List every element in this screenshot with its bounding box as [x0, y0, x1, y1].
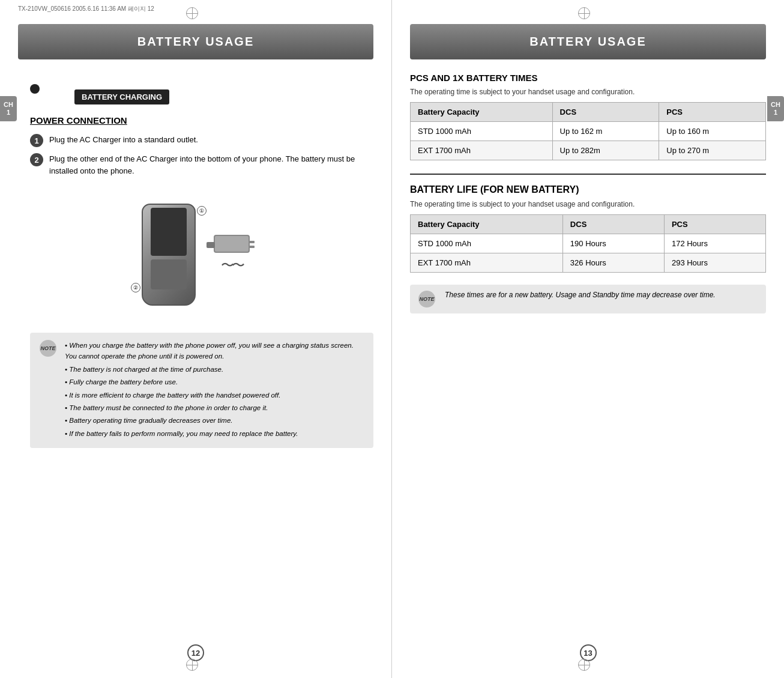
note-item-3: Fully charge the battery before use.: [65, 377, 364, 387]
prong2: [249, 246, 255, 248]
phone-body-container: ① ②: [142, 204, 196, 306]
crosshair-bottom-left: [186, 659, 198, 671]
pcs-th-dcs: DCS: [552, 103, 659, 122]
pcs-row-1: STD 1000 mAh Up to 162 m Up to 160 m: [411, 122, 766, 141]
charging-dot: [30, 84, 40, 94]
charger-body: [214, 235, 250, 253]
marker-1: ①: [197, 206, 207, 216]
life-row-1: STD 1000 mAh 190 Hours 172 Hours: [411, 234, 766, 253]
note-row: NOTE When you charge the battery with th…: [40, 340, 364, 441]
life-r2-dcs: 326 Hours: [562, 253, 664, 273]
step-2-row: 2 Plug the other end of the AC Charger i…: [30, 153, 391, 177]
pcs-r2-cap: EXT 1700 mAh: [411, 141, 553, 160]
life-r2-cap: EXT 1700 mAh: [411, 253, 563, 273]
step1-text: Plug the AC Charger into a standard outl…: [49, 134, 198, 146]
phone-keypad: [151, 259, 187, 289]
ch-tab-right: CH1: [767, 96, 784, 121]
power-connection-title: POWER CONNECTION: [30, 115, 391, 126]
note-item-6: Battery operating time gradually decreas…: [65, 415, 364, 426]
note-item-5: The battery must be connected to the pho…: [65, 402, 364, 413]
step2-bullet: 2: [30, 153, 43, 166]
note-item-4: It is more efficient to charge the batte…: [65, 390, 364, 401]
pcs-th-pcs: PCS: [659, 103, 766, 122]
phone-shape: [142, 204, 196, 306]
step1-bullet: 1: [30, 134, 43, 147]
page-spread: TX-210VW_050616 2005.6.16 11:36 AM 페이지 1…: [0, 0, 784, 678]
step-1-row: 1 Plug the AC Charger into a standard ou…: [30, 134, 391, 147]
wire-symbol: 〜〜: [221, 256, 243, 274]
pcs-r1-pcs: Up to 160 m: [659, 122, 766, 141]
life-r1-cap: STD 1000 mAh: [411, 234, 563, 253]
life-table: Battery Capacity DCS PCS STD 1000 mAh 19…: [410, 214, 766, 273]
charger-plug: [207, 242, 215, 248]
note-icon-left: NOTE: [40, 340, 56, 357]
pcs-r2-dcs: Up to 282m: [552, 141, 659, 160]
file-path: TX-210VW_050616 2005.6.16 11:36 AM 페이지 1…: [18, 5, 154, 13]
left-header: BATTERY USAGE: [18, 24, 373, 59]
life-r2-pcs: 293 Hours: [664, 253, 765, 273]
left-page: TX-210VW_050616 2005.6.16 11:36 AM 페이지 1…: [0, 0, 392, 678]
life-subtitle: The operating time is subject to your ha…: [410, 200, 766, 208]
ch-tab-left: CH1: [0, 96, 17, 121]
life-th-pcs: PCS: [664, 215, 765, 234]
note-box-left: NOTE When you charge the battery with th…: [30, 333, 373, 448]
note-list: When you charge the battery with the pho…: [65, 340, 364, 441]
battery-charging-label: BATTERY CHARGING: [74, 89, 169, 104]
crosshair-top-right: [578, 7, 590, 19]
life-r1-pcs: 172 Hours: [664, 234, 765, 253]
pcs-r1-cap: STD 1000 mAh: [411, 122, 553, 141]
crosshair-bottom-right: [578, 659, 590, 671]
life-th-dcs: DCS: [562, 215, 664, 234]
pcs-th-capacity: Battery Capacity: [411, 103, 553, 122]
note-item-1: When you charge the battery with the pho…: [65, 340, 364, 362]
life-r1-dcs: 190 Hours: [562, 234, 664, 253]
marker-2: ②: [131, 283, 140, 292]
step2-text: Plug the other end of the AC Charger int…: [49, 153, 373, 177]
pcs-r1-dcs: Up to 162 m: [552, 122, 659, 141]
life-title: BATTERY LIFE (FOR NEW BATTERY): [410, 174, 766, 195]
crosshair-top-left: [186, 7, 198, 19]
pcs-row-2: EXT 1700 mAh Up to 282m Up to 270 m: [411, 141, 766, 160]
pcs-title: PCS AND 1X BATTERY TIMES: [410, 73, 766, 83]
pcs-subtitle: The operating time is subject to your ha…: [410, 88, 766, 96]
note-item-7: If the battery fails to perform normally…: [65, 428, 364, 439]
right-content: PCS AND 1X BATTERY TIMES The operating t…: [392, 73, 784, 313]
pcs-table: Battery Capacity DCS PCS STD 1000 mAh Up…: [410, 102, 766, 160]
note-item-2: The battery is not charged at the time o…: [65, 364, 364, 375]
battery-charging-section: BATTERY CHARGING: [30, 73, 391, 104]
life-th-capacity: Battery Capacity: [411, 215, 563, 234]
prong1: [249, 241, 255, 243]
life-row-2: EXT 1700 mAh 326 Hours 293 Hours: [411, 253, 766, 273]
note-text-right: These times are for a new battery. Usage…: [445, 291, 716, 299]
phone-screen: [151, 208, 187, 256]
note-icon-right: NOTE: [418, 291, 435, 307]
pcs-r2-pcs: Up to 270 m: [659, 141, 766, 160]
right-header: BATTERY USAGE: [410, 24, 766, 59]
note-box-right: NOTE These times are for a new battery. …: [410, 285, 766, 313]
phone-illustration: ① ② 〜〜: [124, 189, 268, 321]
right-page: BATTERY USAGE CH1 PCS AND 1X BATTERY TIM…: [392, 0, 784, 678]
charger-container: 〜〜: [214, 235, 250, 274]
